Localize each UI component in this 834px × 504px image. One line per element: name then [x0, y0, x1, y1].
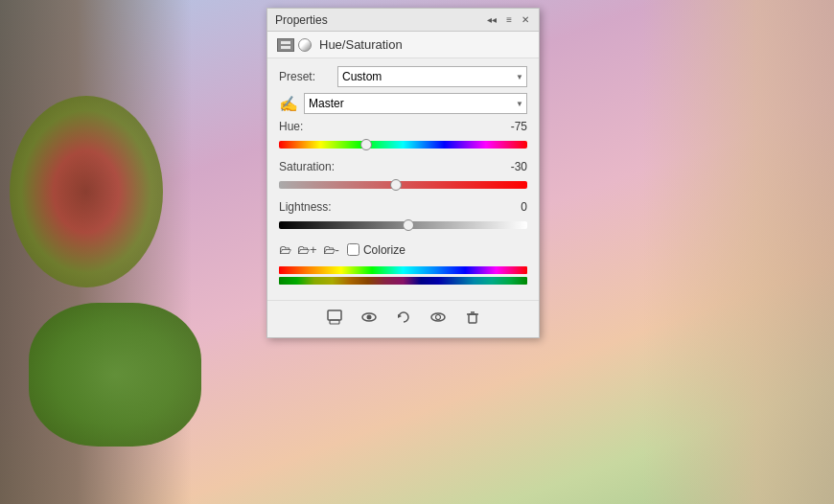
eye-view-icon [360, 309, 378, 326]
saturation-label: Saturation: [279, 160, 335, 173]
svg-point-5 [366, 315, 371, 320]
saturation-slider-top: Saturation: -30 [279, 160, 527, 173]
lightness-slider-top: Lightness: 0 [279, 200, 527, 214]
saturation-slider-row: Saturation: -30 [279, 160, 527, 195]
preset-select-wrapper: Custom Default Cyanotype Sepia ▼ [337, 66, 527, 87]
preset-select[interactable]: Custom Default Cyanotype Sepia [337, 66, 527, 87]
titlebar-close-button[interactable]: ✕ [520, 14, 531, 25]
hue-track [279, 141, 527, 149]
lightness-value: 0 [498, 200, 527, 214]
svg-point-8 [435, 315, 440, 320]
hue-value: -75 [498, 120, 527, 133]
svg-rect-1 [281, 46, 290, 49]
tools-colorize-row: 🗁 🗁+ 🗁- Colorize [279, 242, 527, 257]
properties-panel: Properties ◂◂ ≡ ✕ Hue/Saturation Preset: [266, 8, 540, 338]
panel-titlebar: Properties ◂◂ ≡ ✕ [267, 9, 539, 32]
delete-button[interactable] [462, 307, 483, 332]
preset-label: Preset: [279, 70, 332, 83]
eyedropper-plus-icon[interactable]: 🗁+ [297, 242, 317, 257]
lightness-slider-row: Lightness: 0 [279, 200, 527, 235]
hue-slider-top: Hue: -75 [279, 120, 527, 133]
channel-row: ✍ Master Reds Yellows Greens Cyans Blues… [279, 93, 527, 114]
layer-adjust-icon [277, 38, 294, 52]
clip-to-layer-button[interactable] [324, 307, 345, 332]
hue-slider-row: Hue: -75 [279, 120, 527, 154]
clip-icon [326, 309, 343, 326]
panel-header: Hue/Saturation [267, 32, 539, 58]
on-image-tool-icon[interactable]: ✍ [279, 95, 298, 113]
source-color-bar [279, 266, 527, 274]
toggle-visibility-button[interactable] [428, 307, 449, 332]
colorize-label: Colorize [363, 243, 405, 257]
svg-rect-9 [469, 314, 476, 323]
bg-foliage [10, 96, 163, 287]
reset-button[interactable] [393, 307, 414, 332]
colorize-checkbox-label[interactable]: Colorize [347, 243, 405, 257]
lightness-thumb[interactable] [403, 219, 414, 231]
titlebar-minimize-button[interactable]: ◂◂ [485, 14, 498, 25]
panel-title: Properties [275, 13, 328, 27]
svg-rect-0 [281, 41, 290, 44]
channel-select[interactable]: Master Reds Yellows Greens Cyans Blues M… [304, 93, 527, 114]
panel-body: Preset: Custom Default Cyanotype Sepia ▼… [267, 58, 539, 292]
layer-svg-icon [280, 40, 291, 50]
reset-icon [395, 309, 412, 326]
eyedropper-icon[interactable]: 🗁 [279, 242, 291, 257]
hue-thumb[interactable] [360, 139, 372, 150]
visibility-icon [429, 309, 447, 326]
hue-track-wrapper [279, 135, 527, 154]
color-bars [279, 266, 527, 285]
adjustment-circle-icon [298, 38, 312, 52]
hue-label: Hue: [279, 120, 303, 133]
lightness-track-wrapper [279, 216, 527, 235]
titlebar-menu-button[interactable]: ≡ [504, 14, 514, 25]
view-previous-button[interactable] [359, 307, 380, 332]
panel-header-title: Hue/Saturation [319, 37, 403, 52]
result-color-bar [279, 277, 527, 285]
preset-row: Preset: Custom Default Cyanotype Sepia ▼ [279, 66, 527, 87]
panel-footer [267, 300, 539, 337]
eyedropper-tools: 🗁 🗁+ 🗁- [279, 242, 339, 257]
lightness-track [279, 221, 527, 229]
saturation-value: -30 [498, 160, 527, 173]
panel-header-icons [277, 38, 312, 52]
svg-rect-2 [328, 310, 341, 320]
bg-green [29, 303, 201, 447]
saturation-thumb[interactable] [390, 179, 402, 191]
bg-right [642, 0, 834, 504]
titlebar-controls: ◂◂ ≡ ✕ [485, 14, 531, 25]
colorize-checkbox[interactable] [347, 243, 359, 256]
trash-icon [464, 309, 481, 326]
saturation-track-wrapper [279, 175, 527, 195]
lightness-label: Lightness: [279, 200, 332, 214]
eyedropper-minus-icon[interactable]: 🗁- [323, 242, 339, 257]
saturation-track [279, 181, 527, 189]
channel-select-wrapper: Master Reds Yellows Greens Cyans Blues M… [304, 93, 527, 114]
